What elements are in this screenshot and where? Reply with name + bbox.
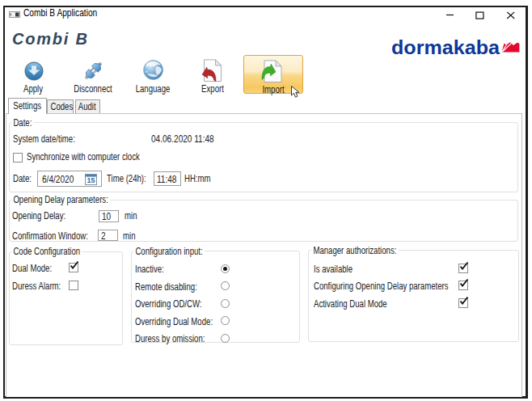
svg-text:dormakaba: dormakaba	[391, 37, 500, 57]
svg-text:15: 15	[87, 176, 95, 184]
